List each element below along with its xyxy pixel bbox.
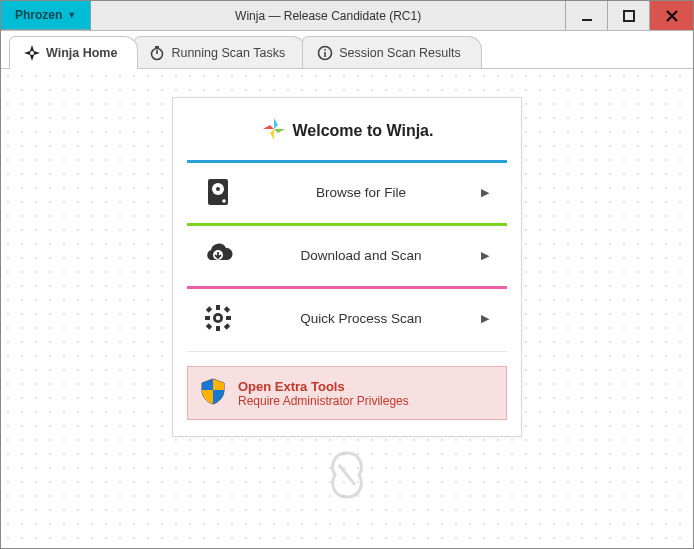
window-controls <box>565 1 693 30</box>
svg-rect-6 <box>324 52 326 57</box>
separator <box>187 351 507 352</box>
svg-point-22 <box>216 316 220 320</box>
svg-rect-17 <box>226 316 231 320</box>
svg-rect-15 <box>216 326 220 331</box>
svg-point-10 <box>216 187 220 191</box>
chevron-right-icon: ▶ <box>481 312 499 325</box>
svg-rect-14 <box>216 305 220 310</box>
svg-rect-20 <box>224 306 230 312</box>
uac-shield-icon <box>200 377 226 409</box>
chevron-right-icon: ▶ <box>481 249 499 262</box>
tab-label: Winja Home <box>46 46 117 60</box>
svg-rect-1 <box>624 11 634 21</box>
gear-icon <box>195 304 241 332</box>
home-card: Welcome to Winja. Browse for File ▶ <box>172 97 522 437</box>
open-extra-tools-button[interactable]: Open Extra Tools Require Administrator P… <box>187 366 507 420</box>
tab-running-scan-tasks[interactable]: Running Scan Tasks <box>134 36 306 68</box>
option-download-and-scan[interactable]: Download and Scan ▶ <box>187 226 507 284</box>
minimize-button[interactable] <box>565 1 607 30</box>
titlebar: Phrozen ▼ Winja — Release Candidate (RC1… <box>1 1 693 31</box>
extra-title: Open Extra Tools <box>238 379 409 394</box>
close-button[interactable] <box>649 1 693 30</box>
welcome-text: Welcome to Winja. <box>293 122 434 140</box>
tab-label: Session Scan Results <box>339 46 461 60</box>
svg-rect-0 <box>582 19 592 21</box>
tab-bar: Winja Home Running Scan Tasks Session Sc… <box>1 31 693 69</box>
svg-rect-16 <box>205 316 210 320</box>
option-label: Quick Process Scan <box>241 311 481 326</box>
shuriken-icon <box>24 45 40 61</box>
stopwatch-icon <box>149 45 165 61</box>
option-quick-process-scan[interactable]: Quick Process Scan ▶ <box>187 289 507 347</box>
phrozen-watermark-icon <box>319 447 375 507</box>
svg-rect-18 <box>206 306 212 312</box>
svg-rect-19 <box>224 323 230 329</box>
svg-rect-7 <box>324 49 326 51</box>
welcome-row: Welcome to Winja. <box>187 112 507 158</box>
svg-point-11 <box>222 199 226 203</box>
tab-session-scan-results[interactable]: Session Scan Results <box>302 36 482 68</box>
svg-rect-4 <box>155 46 159 48</box>
phrozen-menu-button[interactable]: Phrozen ▼ <box>1 1 91 30</box>
phrozen-menu-label: Phrozen <box>15 8 62 22</box>
content-area: Welcome to Winja. Browse for File ▶ <box>1 69 693 548</box>
winja-logo-icon <box>261 116 287 146</box>
svg-point-2 <box>30 51 34 55</box>
tab-winja-home[interactable]: Winja Home <box>9 36 138 69</box>
svg-rect-21 <box>206 323 212 329</box>
chevron-right-icon: ▶ <box>481 186 499 199</box>
hard-drive-icon <box>195 177 241 207</box>
option-label: Browse for File <box>241 185 481 200</box>
extra-subtitle: Require Administrator Privileges <box>238 394 409 408</box>
info-icon <box>317 45 333 61</box>
window-title: Winja — Release Candidate (RC1) <box>91 1 565 30</box>
option-browse-for-file[interactable]: Browse for File ▶ <box>187 163 507 221</box>
cloud-download-icon <box>195 242 241 268</box>
maximize-button[interactable] <box>607 1 649 30</box>
extra-text: Open Extra Tools Require Administrator P… <box>238 379 409 408</box>
tab-label: Running Scan Tasks <box>171 46 285 60</box>
option-label: Download and Scan <box>241 248 481 263</box>
chevron-down-icon: ▼ <box>67 10 76 20</box>
